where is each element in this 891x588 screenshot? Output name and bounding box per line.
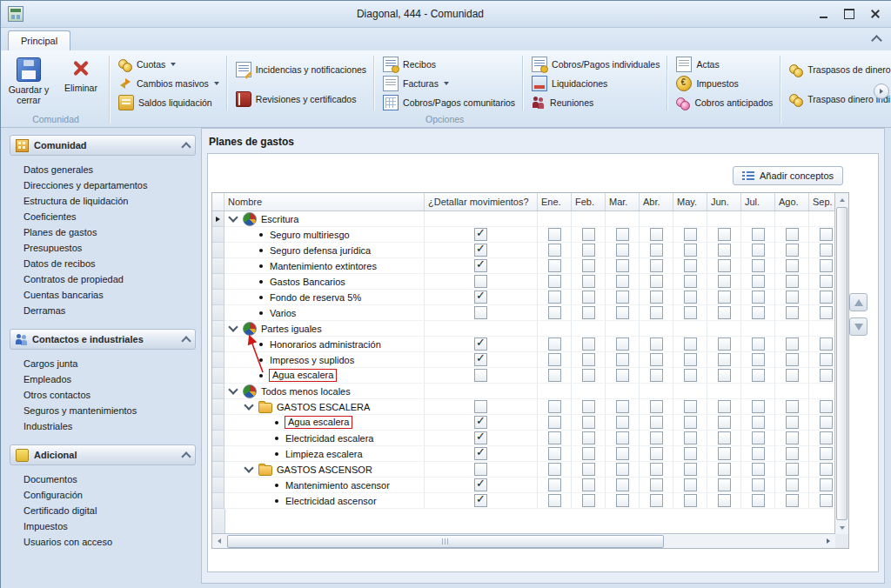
month-checkbox[interactable] bbox=[616, 244, 629, 257]
minimize-button[interactable] bbox=[817, 8, 829, 20]
month-checkbox[interactable] bbox=[786, 416, 799, 429]
detail-checkbox[interactable] bbox=[474, 494, 487, 507]
table-row[interactable]: Varios bbox=[212, 305, 835, 321]
month-checkbox[interactable] bbox=[752, 337, 765, 351]
month-checkbox[interactable] bbox=[820, 463, 833, 476]
sidebar-item-industriales[interactable]: Industriales bbox=[10, 418, 196, 434]
month-checkbox[interactable] bbox=[548, 228, 561, 241]
month-checkbox[interactable] bbox=[582, 478, 595, 491]
month-checkbox[interactable] bbox=[650, 306, 663, 319]
month-checkbox[interactable] bbox=[616, 275, 629, 288]
month-checkbox[interactable] bbox=[548, 306, 561, 319]
month-checkbox[interactable] bbox=[718, 447, 731, 460]
month-checkbox[interactable] bbox=[684, 431, 697, 444]
ribbon-button-liquidaciones[interactable]: Liquidaciones bbox=[529, 75, 662, 92]
ribbon-button-impuestos[interactable]: Impuestos bbox=[673, 75, 775, 92]
sidebar-section-header-adicional[interactable]: Adicional bbox=[10, 444, 196, 465]
month-checkbox[interactable] bbox=[718, 306, 731, 319]
month-checkbox[interactable] bbox=[684, 463, 697, 476]
scroll-left-button[interactable] bbox=[212, 534, 226, 548]
table-row[interactable]: Honorarios administración bbox=[212, 337, 835, 352]
detail-checkbox[interactable] bbox=[474, 400, 487, 413]
expander-icon[interactable] bbox=[228, 322, 238, 331]
month-checkbox[interactable] bbox=[786, 259, 799, 272]
month-checkbox[interactable] bbox=[650, 463, 663, 476]
table-row[interactable]: Electricidad ascensor bbox=[212, 493, 835, 509]
month-checkbox[interactable] bbox=[718, 353, 731, 366]
sidebar-item-otros-contactos[interactable]: Otros contactos bbox=[10, 387, 196, 403]
month-checkbox[interactable] bbox=[684, 337, 697, 351]
sidebar-item-planes-de-gastos[interactable]: Planes de gastos bbox=[10, 224, 196, 240]
ribbon-button-traspasos-de-dinero[interactable]: Traspasos de dinero bbox=[787, 61, 891, 78]
month-checkbox[interactable] bbox=[684, 353, 697, 366]
month-checkbox[interactable] bbox=[718, 337, 731, 351]
month-checkbox[interactable] bbox=[786, 275, 799, 288]
table-row[interactable]: GASTOS ASCENSOR bbox=[212, 462, 835, 478]
month-checkbox[interactable] bbox=[820, 494, 833, 507]
table-row[interactable]: Fondo de reserva 5% bbox=[212, 290, 835, 305]
month-checkbox[interactable] bbox=[786, 353, 799, 366]
month-checkbox[interactable] bbox=[582, 306, 595, 319]
detail-checkbox[interactable] bbox=[474, 447, 487, 460]
month-checkbox[interactable] bbox=[786, 400, 799, 413]
ribbon-button-cobros-pagos-individuales[interactable]: Cobros/Pagos individuales bbox=[529, 56, 662, 73]
month-checkbox[interactable] bbox=[786, 463, 799, 476]
month-checkbox[interactable] bbox=[684, 244, 697, 257]
column-header-jul[interactable]: Jul. bbox=[741, 193, 775, 210]
detail-checkbox[interactable] bbox=[474, 431, 487, 444]
month-checkbox[interactable] bbox=[650, 431, 663, 444]
month-checkbox[interactable] bbox=[650, 369, 663, 382]
month-checkbox[interactable] bbox=[820, 275, 833, 288]
month-checkbox[interactable] bbox=[786, 369, 799, 382]
scroll-up-button[interactable] bbox=[835, 193, 848, 206]
month-checkbox[interactable] bbox=[582, 369, 595, 382]
month-checkbox[interactable] bbox=[752, 228, 765, 241]
detail-checkbox[interactable] bbox=[474, 478, 487, 491]
ribbon-button-cobros-pagos-comunitarios[interactable]: Cobros/Pagos comunitarios bbox=[380, 94, 518, 111]
month-checkbox[interactable] bbox=[820, 337, 833, 351]
month-checkbox[interactable] bbox=[786, 291, 799, 304]
month-checkbox[interactable] bbox=[820, 478, 833, 491]
month-checkbox[interactable] bbox=[548, 369, 561, 382]
month-checkbox[interactable] bbox=[582, 447, 595, 460]
month-checkbox[interactable] bbox=[752, 447, 765, 460]
month-checkbox[interactable] bbox=[616, 259, 629, 272]
month-checkbox[interactable] bbox=[582, 259, 595, 272]
month-checkbox[interactable] bbox=[752, 431, 765, 444]
month-checkbox[interactable] bbox=[752, 291, 765, 304]
detail-checkbox[interactable] bbox=[474, 259, 487, 272]
month-checkbox[interactable] bbox=[718, 494, 731, 507]
detail-checkbox[interactable] bbox=[474, 369, 487, 382]
detail-checkbox[interactable] bbox=[474, 275, 487, 288]
sidebar-section-header-comunidad[interactable]: Comunidad bbox=[10, 135, 196, 156]
table-row[interactable]: Todos menos locales bbox=[212, 384, 835, 399]
month-checkbox[interactable] bbox=[684, 494, 697, 507]
detail-checkbox[interactable] bbox=[474, 416, 487, 429]
month-checkbox[interactable] bbox=[650, 400, 663, 413]
month-checkbox[interactable] bbox=[786, 431, 799, 444]
sidebar-item-direcciones-y-departamentos[interactable]: Direcciones y departamentos bbox=[10, 177, 196, 193]
detail-checkbox[interactable] bbox=[474, 228, 487, 241]
column-header-feb[interactable]: Feb. bbox=[572, 193, 606, 210]
month-checkbox[interactable] bbox=[786, 447, 799, 460]
month-checkbox[interactable] bbox=[582, 228, 595, 241]
month-checkbox[interactable] bbox=[684, 447, 697, 460]
month-checkbox[interactable] bbox=[616, 463, 629, 476]
month-checkbox[interactable] bbox=[616, 353, 629, 366]
sidebar-item-seguros-y-mantenimientos[interactable]: Seguros y mantenimientos bbox=[10, 403, 196, 418]
sidebar-item-certificado-digital[interactable]: Certificado digital bbox=[10, 503, 196, 518]
month-checkbox[interactable] bbox=[752, 353, 765, 366]
month-checkbox[interactable] bbox=[718, 416, 731, 429]
month-checkbox[interactable] bbox=[786, 494, 799, 507]
month-checkbox[interactable] bbox=[548, 244, 561, 257]
month-checkbox[interactable] bbox=[582, 244, 595, 257]
month-checkbox[interactable] bbox=[616, 447, 629, 460]
month-checkbox[interactable] bbox=[786, 306, 799, 319]
sidebar-item-documentos[interactable]: Documentos bbox=[10, 471, 196, 487]
month-checkbox[interactable] bbox=[650, 228, 663, 241]
month-checkbox[interactable] bbox=[616, 416, 629, 429]
month-checkbox[interactable] bbox=[650, 259, 663, 272]
month-checkbox[interactable] bbox=[582, 337, 595, 351]
month-checkbox[interactable] bbox=[718, 478, 731, 491]
month-checkbox[interactable] bbox=[616, 337, 629, 351]
